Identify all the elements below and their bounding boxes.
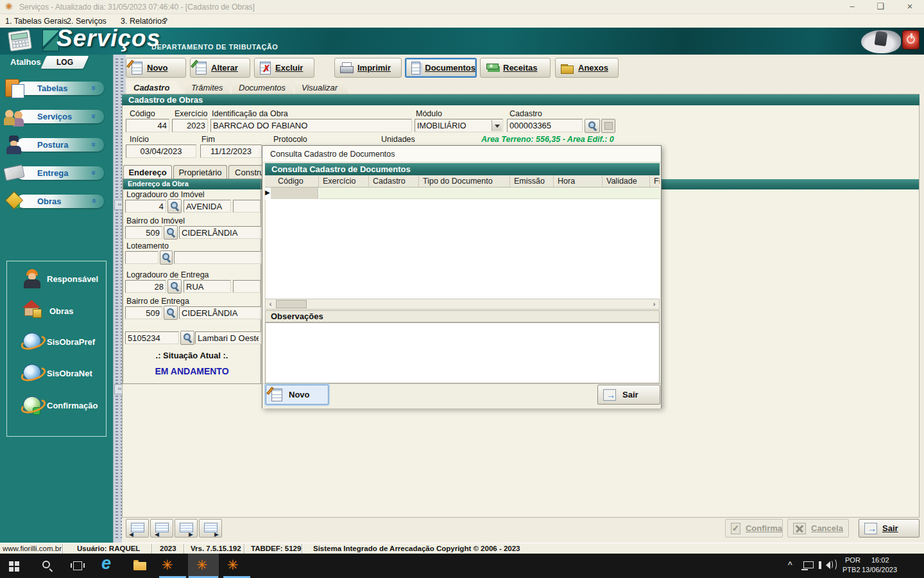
bairro-entrega-search-button[interactable] bbox=[164, 306, 178, 320]
row-cell-rest[interactable] bbox=[319, 188, 660, 199]
start-button[interactable] bbox=[9, 561, 13, 566]
codigo-field[interactable] bbox=[126, 119, 169, 132]
observacoes-textarea[interactable] bbox=[265, 322, 660, 383]
confirma-button[interactable]: ✓ Confirma bbox=[725, 519, 783, 538]
sidebar-group-tabelas[interactable]: Tabelas » bbox=[17, 82, 104, 95]
tab-visualizar[interactable]: Visualizar bbox=[295, 81, 349, 94]
col-tipo-documento[interactable]: Tipo do Documento bbox=[419, 175, 510, 187]
menu-help[interactable]: ? bbox=[163, 17, 167, 26]
excluir-button[interactable]: ✗ Excluir bbox=[254, 58, 314, 78]
sidebar-group-entrega[interactable]: Entrega » bbox=[17, 166, 104, 180]
tray-chevron-icon[interactable]: ^ bbox=[788, 560, 792, 570]
app-window-2[interactable]: ✳ bbox=[196, 557, 208, 573]
logradouro-imovel-search-button[interactable] bbox=[167, 199, 182, 213]
sidebar-item-confirmacao[interactable]: Confirmação bbox=[47, 401, 98, 410]
cadastro-field[interactable] bbox=[507, 119, 583, 132]
cadastro-search-button[interactable] bbox=[585, 119, 600, 133]
menu-servicos[interactable]: 2. Serviços bbox=[67, 17, 107, 26]
sidebar-item-responsavel[interactable]: Responsável bbox=[47, 274, 98, 284]
cidade-field[interactable] bbox=[195, 331, 261, 344]
documents-table-row[interactable]: ▶ bbox=[265, 188, 660, 200]
novo-button[interactable]: Novo bbox=[126, 58, 186, 78]
tab-cadastro[interactable]: Cadastro bbox=[127, 81, 184, 94]
nav-prev-button[interactable]: ◀ bbox=[150, 519, 173, 538]
cancela-button[interactable]: Cancela bbox=[787, 519, 849, 538]
col-hora[interactable]: Hora bbox=[554, 175, 603, 187]
tab-documentos[interactable]: Documentos bbox=[232, 81, 294, 94]
alterar-button[interactable]: Alterar bbox=[190, 58, 250, 78]
loteamento-search-button[interactable] bbox=[160, 250, 173, 265]
tray-clock-time[interactable]: 16:02 bbox=[871, 556, 889, 564]
app-window-3[interactable]: ✳ bbox=[227, 557, 239, 573]
logradouro-entrega-cod-field[interactable] bbox=[125, 280, 166, 293]
bairro-entrega-nome-field[interactable] bbox=[179, 306, 261, 319]
bairro-entrega-cod-field[interactable] bbox=[125, 306, 162, 319]
logradouro-entrega-search-button[interactable] bbox=[167, 279, 182, 293]
cidade-search-button[interactable] bbox=[180, 331, 194, 345]
col-cadastro[interactable]: Cadastro bbox=[369, 175, 419, 187]
tray-clock-date[interactable]: 13/06/2023 bbox=[862, 566, 897, 574]
logradouro-entrega-tipo-field[interactable] bbox=[184, 280, 231, 293]
scrollbar-thumb[interactable] bbox=[276, 300, 307, 308]
minimize-button[interactable]: – bbox=[838, 0, 866, 14]
bairro-imovel-nome-field[interactable] bbox=[179, 226, 261, 239]
menu-tabelas-gerais[interactable]: 1. Tabelas Gerais bbox=[5, 17, 67, 26]
anexos-button[interactable]: Anexos bbox=[555, 58, 619, 78]
exercicio-field[interactable] bbox=[172, 119, 208, 132]
sidebar-group-obras[interactable]: Obras » bbox=[17, 195, 104, 208]
identificacao-field[interactable] bbox=[210, 119, 412, 132]
nav-next-button[interactable]: ▶ bbox=[175, 519, 198, 538]
internet-explorer-icon[interactable]: e bbox=[101, 554, 111, 574]
fim-field[interactable] bbox=[200, 144, 262, 158]
col-emissao[interactable]: Emissão bbox=[510, 175, 554, 187]
scroll-right-icon[interactable]: › bbox=[649, 299, 659, 309]
sidebar-item-sisobranet[interactable]: SisObraNet bbox=[47, 369, 92, 378]
power-button[interactable] bbox=[902, 30, 920, 49]
dialog-novo-button[interactable]: Novo bbox=[266, 385, 329, 405]
sair-button[interactable]: Sair bbox=[859, 519, 920, 538]
cep-field[interactable] bbox=[125, 331, 179, 344]
task-view-icon[interactable] bbox=[73, 561, 82, 570]
col-fin[interactable]: Fin bbox=[650, 175, 660, 187]
maximize-button[interactable]: ❑ bbox=[866, 0, 894, 14]
nav-last-button[interactable]: ▶ bbox=[199, 519, 222, 538]
sidebar-item-sisobrapref[interactable]: SisObraPref bbox=[47, 337, 95, 347]
tray-language-line1[interactable]: POR bbox=[845, 556, 860, 564]
taskbar-search-icon[interactable] bbox=[42, 561, 50, 568]
subtab-endereco[interactable]: Endereço bbox=[123, 165, 172, 179]
nav-first-button[interactable]: ◀ bbox=[126, 519, 149, 538]
scroll-left-icon[interactable]: ‹ bbox=[266, 299, 275, 309]
dialog-horizontal-scrollbar[interactable]: ‹ › bbox=[265, 299, 660, 310]
col-codigo[interactable]: Código bbox=[265, 175, 319, 187]
modulo-select[interactable]: IMOBILIÁRIO bbox=[415, 119, 503, 132]
col-exercicio[interactable]: Exercício bbox=[319, 175, 369, 187]
sidebar-group-servicos[interactable]: Serviços » bbox=[17, 110, 104, 123]
dialog-sair-button[interactable]: Sair bbox=[597, 385, 660, 405]
logradouro-imovel-tipo-field[interactable] bbox=[184, 200, 231, 213]
tray-language-line2[interactable]: PTB2 bbox=[843, 566, 860, 574]
file-explorer-icon[interactable] bbox=[133, 562, 146, 570]
sidebar-tab-log[interactable]: LOG bbox=[41, 56, 89, 69]
receitas-button[interactable]: Receitas bbox=[480, 58, 551, 78]
cadastro-view-button[interactable] bbox=[601, 119, 615, 133]
menu-relatorios[interactable]: 3. Relatórios bbox=[121, 17, 166, 26]
bairro-imovel-cod-field[interactable] bbox=[125, 226, 162, 239]
logradouro-entrega-nome-field[interactable] bbox=[233, 280, 261, 293]
sidebar-tab-atalhos[interactable]: Atalhos bbox=[10, 57, 41, 67]
documentos-button[interactable]: Documentos bbox=[405, 58, 477, 78]
logradouro-imovel-nome-field[interactable] bbox=[233, 200, 261, 213]
tab-tramites[interactable]: Trâmites bbox=[185, 81, 231, 94]
network-icon[interactable] bbox=[803, 561, 814, 568]
loteamento-nome-field[interactable] bbox=[174, 251, 261, 264]
close-button[interactable]: × bbox=[896, 0, 924, 14]
sidebar-group-postura[interactable]: Postura » bbox=[17, 138, 104, 152]
logradouro-imovel-cod-field[interactable] bbox=[125, 200, 166, 213]
imprimir-button[interactable]: Imprimir bbox=[334, 58, 402, 78]
dropdown-arrow-icon[interactable] bbox=[492, 120, 502, 131]
row-cell-codigo[interactable] bbox=[271, 188, 318, 199]
col-validade[interactable]: Validade bbox=[603, 175, 650, 187]
loteamento-cod-field[interactable] bbox=[125, 251, 158, 264]
subtab-proprietario[interactable]: Proprietário bbox=[173, 165, 227, 179]
app-window-1[interactable]: ✳ bbox=[162, 557, 173, 573]
sidebar-item-obras[interactable]: Obras bbox=[49, 306, 74, 316]
